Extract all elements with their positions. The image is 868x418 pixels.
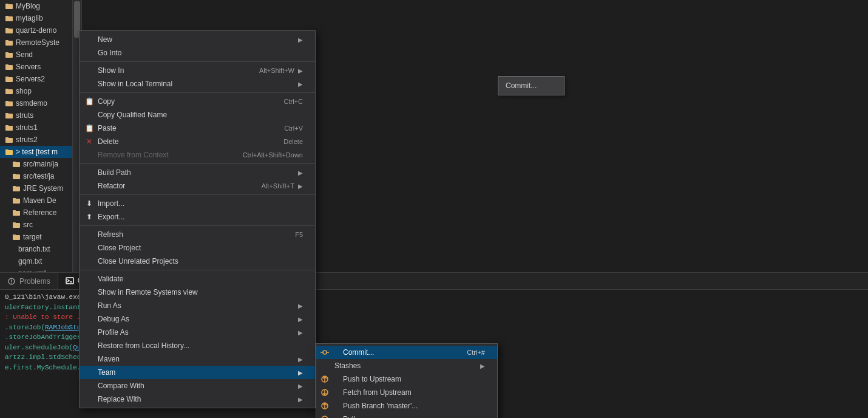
menu-item-new[interactable]: New ▶	[80, 33, 315, 46]
sidebar-item-struts1[interactable]: struts1	[0, 122, 72, 134]
problems-icon	[7, 277, 16, 286]
svg-rect-9	[5, 52, 8, 53]
menu-item-show-local-terminal[interactable]: Show in Local Terminal ▶	[80, 77, 315, 91]
svg-rect-35	[13, 210, 16, 211]
folder-icon	[12, 208, 21, 217]
menu-item-delete[interactable]: ✕ Delete Delete	[80, 135, 315, 148]
svg-rect-34	[13, 211, 20, 216]
svg-rect-24	[5, 150, 13, 155]
sidebar-item-branch[interactable]: branch.txt	[0, 243, 72, 255]
sidebar-item-servers[interactable]: Servers	[0, 61, 72, 73]
submenu-arrow: ▶	[298, 316, 303, 323]
svg-rect-31	[13, 186, 16, 187]
menu-item-close-unrelated[interactable]: Close Unrelated Projects	[80, 255, 315, 268]
menu-item-go-into[interactable]: Go Into	[80, 46, 315, 60]
folder-icon	[5, 135, 13, 144]
menu-item-maven[interactable]: Maven ▶	[80, 352, 315, 366]
sidebar-item-ssmdemo[interactable]: ssmdemo	[0, 97, 72, 109]
menu-item-show-in[interactable]: Show In Alt+Shift+W ▶	[80, 64, 315, 77]
menu-item-export[interactable]: ⬆ Export...	[80, 210, 315, 224]
folder-icon	[5, 148, 13, 156]
submenu-arrow: ▶	[298, 170, 303, 176]
menu-item-show-remote[interactable]: Show in Remote Systems view	[80, 286, 315, 299]
sidebar-item-struts2[interactable]: struts2	[0, 134, 72, 146]
sidebar-item-gqm[interactable]: gqm.txt	[0, 255, 72, 267]
menu-item-close-project[interactable]: Close Project	[80, 241, 315, 255]
svg-rect-33	[13, 198, 16, 199]
sidebar-item-reference[interactable]: Reference	[0, 207, 72, 219]
menu-item-push-branch[interactable]: Push Branch 'master'...	[316, 399, 497, 413]
menu-item-debug-as[interactable]: Debug As ▶	[80, 312, 315, 326]
menu-item-compare-with[interactable]: Compare With ▶	[80, 379, 315, 392]
submenu-arrow: ▶	[298, 81, 303, 87]
sidebar-item-src[interactable]: src	[0, 219, 72, 231]
svg-rect-12	[5, 77, 13, 82]
sidebar-item-servers2[interactable]: Servers2	[0, 73, 72, 85]
menu-item-refresh[interactable]: Refresh F5	[80, 228, 315, 241]
pull-icon	[320, 414, 330, 418]
fetch-icon	[320, 388, 330, 397]
sidebar-item-shop[interactable]: shop	[0, 85, 72, 97]
submenu-arrow: ▶	[298, 36, 303, 43]
sidebar-item-maven[interactable]: Maven De	[0, 194, 72, 207]
tab-problems[interactable]: Problems	[0, 273, 58, 289]
svg-rect-18	[5, 114, 13, 118]
svg-rect-17	[5, 101, 8, 102]
menu-separator	[80, 92, 315, 93]
menu-item-run-as[interactable]: Run As ▶	[80, 299, 315, 312]
push-icon	[320, 374, 330, 384]
submenu-arrow: ▶	[298, 303, 303, 309]
submenu-arrow: ▶	[298, 183, 303, 190]
folder-icon	[12, 233, 21, 241]
menu-item-paste[interactable]: 📋 Paste Ctrl+V	[80, 122, 315, 135]
sidebar-item-srcmain[interactable]: src/main/ja	[0, 158, 72, 170]
menu-item-replace-with[interactable]: Replace With ▶	[80, 392, 315, 406]
folder-icon	[5, 50, 13, 59]
sidebar-item-remote[interactable]: RemoteSyste	[0, 36, 72, 49]
folder-icon	[12, 196, 21, 205]
sidebar-item-mytaglib[interactable]: mytaglib	[0, 12, 72, 24]
sidebar-item-jre[interactable]: JRE System	[0, 182, 72, 194]
sidebar-item-test[interactable]: > test [test m	[0, 146, 72, 158]
submenu-arrow: ▶	[480, 363, 485, 369]
folder-icon	[12, 160, 21, 168]
svg-rect-11	[5, 64, 8, 66]
folder-icon	[5, 14, 13, 22]
console-icon	[66, 276, 74, 285]
menu-item-build-path[interactable]: Build Path ▶	[80, 166, 315, 179]
menu-item-import[interactable]: ⬇ Import...	[80, 197, 315, 210]
svg-point-92	[11, 283, 12, 284]
svg-rect-21	[5, 125, 8, 126]
svg-rect-10	[5, 65, 13, 70]
menu-item-profile-as[interactable]: Profile As ▶	[80, 326, 315, 339]
sidebar-item-struts[interactable]: struts	[0, 109, 72, 122]
sidebar-item-myblog[interactable]: MyBlog	[0, 0, 72, 12]
sidebar-item-quartz[interactable]: quartz-demo	[0, 24, 72, 36]
menu-item-pull[interactable]: Pull	[316, 413, 497, 418]
menu-item-commit[interactable]: Commit... Ctrl+#	[316, 346, 497, 359]
menu-item-copy-qualified[interactable]: Copy Qualified Name	[80, 108, 315, 122]
commit-icon	[320, 348, 330, 357]
menu-item-fetch-upstream[interactable]: Fetch from Upstream	[316, 386, 497, 399]
sidebar-item-target[interactable]: target	[0, 231, 72, 243]
folder-icon	[5, 87, 13, 95]
menu-item-restore-history[interactable]: Restore from Local History...	[80, 339, 315, 352]
svg-rect-27	[13, 162, 16, 163]
menu-item-copy[interactable]: 📋 Copy Ctrl+C	[80, 95, 315, 108]
svg-rect-20	[5, 126, 13, 131]
menu-item-validate[interactable]: Validate	[80, 272, 315, 286]
menu-item-refactor[interactable]: Refactor Alt+Shift+T ▶	[80, 179, 315, 193]
menu-item-team[interactable]: Team ▶	[80, 366, 315, 379]
sidebar-item-srctest[interactable]: src/test/ja	[0, 170, 72, 182]
svg-rect-30	[13, 187, 20, 191]
menu-item-push-upstream[interactable]: Push to Upstream	[316, 372, 497, 386]
svg-rect-15	[5, 89, 8, 90]
sidebar-item-send[interactable]: Send	[0, 49, 72, 61]
svg-rect-14	[5, 89, 13, 94]
svg-rect-38	[13, 235, 20, 240]
tooltip-commit-label[interactable]: Commit...	[498, 78, 564, 93]
svg-rect-2	[5, 16, 13, 21]
menu-separator	[80, 225, 315, 226]
menu-item-stashes[interactable]: Stashes ▶	[316, 359, 497, 372]
svg-rect-4	[5, 29, 13, 33]
